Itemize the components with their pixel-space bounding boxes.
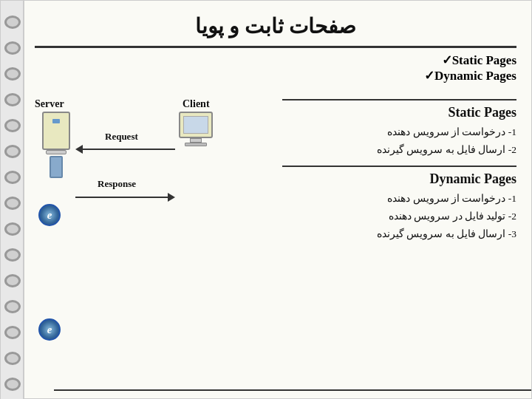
client-label: Client xyxy=(183,98,210,110)
text-panel: Static Pages 1- درخواست از سرویس دهنده 2… xyxy=(271,89,516,399)
spiral-ring xyxy=(4,222,21,236)
spiral-ring xyxy=(4,119,21,132)
server-tower xyxy=(42,112,70,150)
client-icon xyxy=(179,112,213,146)
main-area: Server Client Request xyxy=(35,89,516,399)
spiral-ring xyxy=(4,93,21,106)
spiral-ring xyxy=(4,16,21,29)
static-item-2: 2- ارسال فایل به سرویس گیرنده xyxy=(282,143,516,157)
monitor-body xyxy=(179,112,213,138)
server-icon xyxy=(42,112,70,178)
arrow-head-right xyxy=(168,193,175,202)
static-item-1: 1- درخواست از سرویس دهنده xyxy=(282,125,516,140)
ie-icon-2: e xyxy=(38,318,61,341)
arrow-line-2 xyxy=(75,197,168,198)
arrow-line xyxy=(83,149,175,150)
monitor-base xyxy=(185,143,207,146)
spiral-ring xyxy=(4,274,21,287)
monitor-screen xyxy=(183,116,208,134)
spiral-binding xyxy=(1,1,24,399)
spiral-ring xyxy=(4,326,21,339)
static-check: Static Pages✓ xyxy=(35,52,516,68)
ie-letter: e xyxy=(47,209,52,222)
response-arrow xyxy=(75,193,175,202)
server-label: Server xyxy=(35,98,64,110)
bottom-rule xyxy=(54,389,531,391)
request-label: Request xyxy=(105,131,138,143)
server-disk xyxy=(50,156,63,178)
header-checks: Static Pages✓ Dynamic Pages✓ xyxy=(35,48,516,83)
dynamic-item-1: 1- درخواست از سرویس دهنده xyxy=(282,191,516,206)
notebook-page: صفحات ثابت و پویا Static Pages✓ Dynamic … xyxy=(0,0,532,399)
spiral-ring xyxy=(4,171,21,184)
page-content: صفحات ثابت و پویا Static Pages✓ Dynamic … xyxy=(27,1,531,399)
page-title: صفحات ثابت و پویا xyxy=(35,8,516,48)
spiral-ring xyxy=(4,352,21,365)
spiral-ring xyxy=(4,300,21,313)
dynamic-item-3: 3- ارسال فایل به سرویس گیرنده xyxy=(282,227,516,242)
dynamic-pages-section: Dynamic Pages 1- درخواست از سرویس دهنده … xyxy=(282,166,516,242)
dynamic-check: Dynamic Pages✓ xyxy=(35,68,516,83)
dynamic-item-2: 2- تولید فایل در سرویس دهنده xyxy=(282,209,516,224)
ie-icon-1: e xyxy=(38,204,61,226)
request-arrow xyxy=(75,145,175,154)
spiral-ring xyxy=(4,378,21,391)
static-pages-section: Static Pages 1- درخواست از سرویس دهنده 2… xyxy=(282,99,516,158)
spiral-ring xyxy=(4,248,21,262)
server-base xyxy=(46,150,66,154)
diagram-panel: Server Client Request xyxy=(35,89,271,399)
spiral-ring xyxy=(4,197,21,210)
dynamic-pages-title: Dynamic Pages xyxy=(282,171,516,187)
arrow-head-left xyxy=(75,145,83,154)
ie-letter-2: e xyxy=(47,324,52,336)
spiral-ring xyxy=(4,67,21,81)
response-label: Response xyxy=(98,178,136,190)
title-text: صفحات ثابت و پویا xyxy=(195,15,356,38)
spiral-ring xyxy=(4,41,21,55)
static-pages-title: Static Pages xyxy=(282,105,516,120)
spiral-ring xyxy=(4,145,21,158)
